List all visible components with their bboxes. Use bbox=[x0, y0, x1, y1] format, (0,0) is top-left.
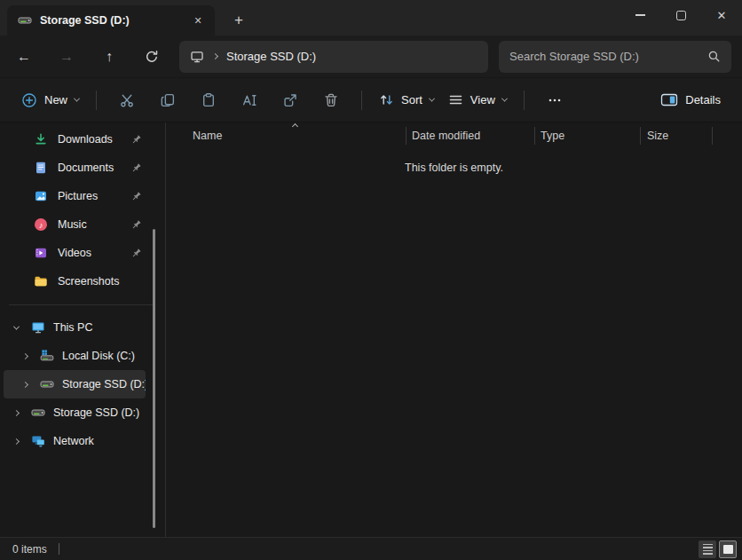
window-body: Downloads bbox=[0, 122, 742, 537]
close-window-button[interactable]: ✕ bbox=[701, 0, 742, 30]
toolbar-divider bbox=[96, 91, 97, 110]
drive-icon bbox=[31, 406, 45, 420]
refresh-icon bbox=[145, 50, 159, 64]
network-icon bbox=[31, 434, 45, 448]
sidebar-item-label: Storage SSD (D:) bbox=[53, 406, 146, 419]
back-button[interactable]: ← bbox=[9, 42, 39, 72]
chevron-down-icon bbox=[501, 96, 508, 102]
sidebar-item-downloads[interactable]: Downloads bbox=[4, 125, 146, 154]
breadcrumb-location[interactable]: Storage SSD (D:) bbox=[226, 50, 316, 63]
folder-icon bbox=[34, 274, 48, 288]
column-divider[interactable] bbox=[406, 127, 407, 145]
delete-button[interactable] bbox=[311, 84, 351, 116]
forward-button[interactable]: → bbox=[51, 42, 82, 72]
chevron-right-icon[interactable] bbox=[18, 383, 32, 387]
sidebar-item-music[interactable]: ♪ Music bbox=[4, 210, 146, 239]
ellipsis-icon bbox=[547, 92, 563, 108]
cut-button[interactable] bbox=[107, 84, 147, 116]
details-pane-button[interactable]: Details bbox=[653, 84, 728, 116]
sidebar-item-storage-ssd-d[interactable]: Storage SSD (D:) bbox=[4, 398, 146, 427]
up-button[interactable]: ↑ bbox=[94, 42, 124, 72]
downloads-icon bbox=[34, 132, 48, 146]
more-options-button[interactable] bbox=[534, 84, 575, 116]
this-pc-icon bbox=[190, 50, 204, 64]
search-placeholder: Search Storage SSD (D:) bbox=[509, 50, 707, 63]
view-button-label: View bbox=[470, 93, 495, 106]
column-divider[interactable] bbox=[640, 127, 641, 145]
this-pc-monitor-icon bbox=[31, 320, 45, 335]
sidebar-item-label: Music bbox=[58, 218, 121, 231]
rename-icon bbox=[241, 92, 257, 108]
drive-icon bbox=[18, 13, 32, 28]
sidebar-item-local-disk-c[interactable]: Local Disk (C:) bbox=[4, 342, 146, 370]
chevron-down-icon[interactable] bbox=[9, 326, 23, 330]
column-divider[interactable] bbox=[534, 127, 535, 145]
view-button[interactable]: View bbox=[441, 84, 514, 116]
tab-storage-ssd[interactable]: Storage SSD (D:) ✕ bbox=[7, 5, 215, 35]
documents-icon bbox=[34, 161, 48, 175]
sidebar-scrollbar[interactable] bbox=[153, 229, 155, 528]
cut-icon bbox=[119, 92, 135, 108]
videos-icon bbox=[34, 246, 48, 260]
chevron-down-icon bbox=[74, 96, 80, 102]
pin-icon bbox=[130, 134, 142, 146]
chevron-down-icon bbox=[429, 96, 435, 102]
sidebar-item-documents[interactable]: Documents bbox=[4, 154, 146, 182]
sidebar-item-label: Pictures bbox=[58, 190, 121, 202]
sidebar-divider bbox=[9, 304, 153, 305]
column-divider[interactable] bbox=[712, 127, 713, 145]
details-view-button[interactable] bbox=[699, 540, 716, 558]
copy-icon bbox=[160, 92, 176, 108]
details-pane-label: Details bbox=[685, 93, 721, 106]
minimize-button[interactable] bbox=[620, 0, 660, 30]
window-controls: ✕ bbox=[620, 0, 742, 30]
sidebar-item-label: Storage SSD (D:) bbox=[62, 378, 146, 390]
sort-button[interactable]: Sort bbox=[372, 84, 441, 116]
column-header-type[interactable]: Type bbox=[541, 130, 564, 142]
column-header-date-modified[interactable]: Date modified bbox=[412, 130, 480, 142]
sidebar-item-this-pc[interactable]: This PC bbox=[4, 313, 146, 342]
empty-folder-message: This folder is empty. bbox=[166, 162, 742, 174]
file-explorer-window: Storage SSD (D:) ✕ + ✕ ← → ↑ bbox=[0, 0, 742, 560]
music-icon: ♪ bbox=[34, 217, 48, 232]
column-headers: Name Date modified Type Size bbox=[166, 122, 742, 149]
chevron-right-icon[interactable] bbox=[9, 411, 23, 415]
maximize-button[interactable] bbox=[660, 0, 701, 30]
sidebar-item-storage-ssd-d-selected[interactable]: Storage SSD (D:) bbox=[4, 370, 146, 398]
sidebar-item-network[interactable]: Network bbox=[4, 427, 146, 455]
thumbnails-view-icon bbox=[723, 545, 733, 554]
tab-close-icon[interactable]: ✕ bbox=[188, 11, 208, 30]
thumbnails-view-button[interactable] bbox=[719, 540, 737, 558]
local-disk-icon bbox=[40, 349, 54, 363]
sidebar-item-pictures[interactable]: Pictures bbox=[4, 182, 146, 210]
paste-button[interactable] bbox=[188, 84, 229, 116]
chevron-right-icon[interactable] bbox=[9, 439, 23, 444]
paste-icon bbox=[201, 92, 217, 108]
share-button[interactable] bbox=[270, 84, 311, 116]
address-bar[interactable]: Storage SSD (D:) bbox=[179, 41, 488, 73]
column-header-name[interactable]: Name bbox=[193, 130, 222, 142]
search-icon[interactable] bbox=[707, 50, 721, 63]
breadcrumb-chevron-icon bbox=[212, 53, 218, 59]
toolbar-divider bbox=[524, 91, 525, 110]
new-button-label: New bbox=[44, 93, 67, 106]
navigation-pane: Downloads bbox=[0, 122, 166, 537]
rename-button[interactable] bbox=[229, 84, 270, 116]
new-button[interactable]: New bbox=[14, 84, 86, 116]
sidebar-item-label: Downloads bbox=[58, 133, 121, 146]
sidebar-item-screenshots[interactable]: Screenshots bbox=[4, 267, 146, 296]
details-pane-icon bbox=[660, 92, 678, 107]
refresh-button[interactable] bbox=[137, 42, 167, 72]
copy-button[interactable] bbox=[147, 84, 188, 116]
search-input[interactable]: Search Storage SSD (D:) bbox=[499, 41, 731, 73]
items-count: 0 items bbox=[12, 543, 47, 556]
file-list-area: Name Date modified Type Size This folder… bbox=[166, 122, 742, 537]
tab-title: Storage SSD (D:) bbox=[40, 14, 180, 27]
pin-icon bbox=[130, 248, 142, 259]
new-tab-button[interactable]: + bbox=[225, 7, 252, 34]
pin-icon bbox=[130, 191, 142, 202]
column-header-size[interactable]: Size bbox=[647, 130, 668, 142]
sidebar-item-videos[interactable]: Videos bbox=[4, 239, 146, 267]
chevron-right-icon[interactable] bbox=[18, 354, 32, 359]
sidebar-item-label: Videos bbox=[58, 247, 121, 259]
